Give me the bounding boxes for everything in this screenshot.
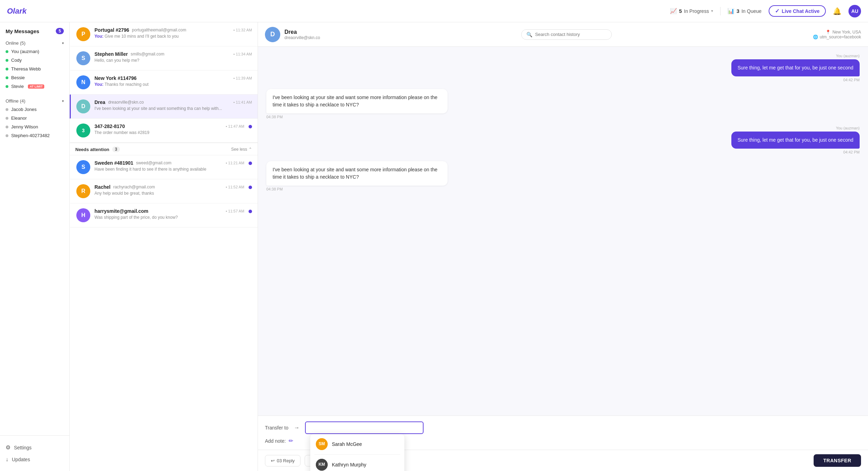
sidebar-item-cody[interactable]: Cody bbox=[6, 56, 64, 65]
sidebar-item-theresa[interactable]: Theresa Webb bbox=[6, 65, 64, 73]
conv-preview: You: Give me 10 mins and I'll get back t… bbox=[94, 34, 252, 39]
sidebar-item-stevie[interactable]: Stevie AT LIMIT bbox=[6, 82, 64, 91]
chat-panel: D Drea dreaorville@skn.co 🔍 📍 New York, … bbox=[258, 22, 868, 471]
main-layout: My Messages 5 Online (5) ▾ You (auzman) … bbox=[0, 22, 868, 471]
chat-utm-source: 🌐 utm_source=facebook bbox=[813, 35, 861, 39]
conv-name: Sweden #481901 bbox=[94, 160, 133, 166]
conv-item-stephen[interactable]: S Stephen Miller smills@gmail.com • 11:3… bbox=[70, 46, 258, 70]
conv-item-harry[interactable]: H harrysmite@gmail.com • 11:57 AM Was sh… bbox=[70, 203, 258, 227]
sidebar-item-jenny[interactable]: Jenny Wilson bbox=[6, 122, 64, 131]
updates-item[interactable]: ↓ Updates bbox=[6, 454, 64, 465]
user-avatar[interactable]: AU bbox=[848, 5, 861, 17]
sidebar-item-you[interactable]: You (auzman) bbox=[6, 47, 64, 56]
msg-time: 04:38 PM bbox=[266, 187, 283, 191]
msg-row-outgoing-1: You (auzman) Sure thing, let me get that… bbox=[266, 54, 860, 82]
settings-item[interactable]: ⚙ Settings bbox=[6, 441, 64, 454]
my-messages-title: My Messages bbox=[6, 28, 39, 34]
needs-attention-header: Needs attention 3 See less ⌃ bbox=[70, 143, 258, 155]
conv-name: Drea bbox=[94, 99, 105, 105]
transfer-arrow-icon: → bbox=[294, 425, 299, 431]
search-contact-history[interactable]: 🔍 bbox=[521, 29, 612, 40]
edit-icon[interactable]: ✏ bbox=[289, 438, 293, 444]
in-progress-stat[interactable]: 📈 5 In Progress ▾ bbox=[670, 8, 713, 14]
conv-avatar: 3 bbox=[76, 124, 90, 137]
chat-avatar: D bbox=[265, 27, 280, 42]
bell-icon[interactable]: 🔔 bbox=[833, 7, 842, 15]
conv-avatar: R bbox=[76, 184, 90, 198]
conv-name: harrysmite@gmail.com bbox=[94, 208, 149, 214]
msg-time: 04:42 PM bbox=[843, 78, 860, 82]
reply-button[interactable]: ↩ 03 Reply bbox=[265, 455, 300, 466]
see-less-button[interactable]: See less ⌃ bbox=[231, 147, 252, 152]
msg-row-outgoing-2: You (auzman) Sure thing, let me get that… bbox=[266, 126, 860, 154]
transfer-label: Transfer to bbox=[265, 425, 288, 431]
msg-bubble: I've been looking at your site and want … bbox=[266, 161, 448, 186]
msg-time: 04:42 PM bbox=[843, 150, 860, 154]
agent-avatar: KM bbox=[316, 459, 328, 471]
svg-text:KM: KM bbox=[319, 462, 325, 467]
user-stevie-label: Stevie bbox=[11, 84, 24, 89]
sidebar-item-jacob[interactable]: Jacob Jones bbox=[6, 105, 64, 114]
conv-time: • 11:21 AM bbox=[226, 161, 244, 165]
user-you-label: You (auzman) bbox=[11, 49, 39, 54]
sidebar-item-bessie[interactable]: Bessie bbox=[6, 73, 64, 82]
conv-top: New York #114796 • 11:39 AM bbox=[94, 75, 252, 81]
offline-chevron: ▾ bbox=[62, 99, 64, 103]
conv-item-phone[interactable]: 3 347-282-8170 • 11:47 AM The order numb… bbox=[70, 119, 258, 143]
conv-content: Portugal #2796 portugaltheemail@gmail.co… bbox=[94, 27, 252, 39]
sidebar-item-stephen40[interactable]: Stephen-40273482 bbox=[6, 131, 64, 140]
conv-top: Sweden #481901 sweed@gmail.com • 11:21 A… bbox=[94, 160, 244, 166]
conv-preview: Was shipping part of the price, do you k… bbox=[94, 215, 244, 220]
sidebar-item-eleanor[interactable]: Eleanor bbox=[6, 114, 64, 122]
offline-section-header[interactable]: Offline (4) ▾ bbox=[6, 97, 64, 105]
online-dot bbox=[6, 59, 8, 62]
msg-bubble: I've been looking at your site and want … bbox=[266, 89, 448, 113]
conv-preview: I've been looking at your site and want … bbox=[94, 106, 252, 111]
conv-item-rachel[interactable]: R Rachel rachyrach@gmail.com • 11:52 AM … bbox=[70, 179, 258, 203]
conv-email: dreaorville@skn.co bbox=[108, 100, 144, 105]
conv-content: 347-282-8170 • 11:47 AM The order number… bbox=[94, 124, 244, 135]
sidebar-bottom: ⚙ Settings ↓ Updates bbox=[0, 435, 69, 471]
my-messages-badge: 5 bbox=[56, 28, 64, 34]
online-dot bbox=[6, 85, 8, 88]
conv-top: Portugal #2796 portugaltheemail@gmail.co… bbox=[94, 27, 252, 33]
sidebar-header: My Messages 5 bbox=[0, 22, 69, 37]
settings-icon: ⚙ bbox=[6, 444, 10, 451]
chat-contact-name: Drea bbox=[284, 29, 320, 35]
msg-bubble: Sure thing, let me get that for you, be … bbox=[731, 59, 860, 76]
in-queue-label: In Queue bbox=[741, 8, 762, 14]
transfer-input[interactable] bbox=[305, 421, 424, 434]
online-section: Online (5) ▾ You (auzman) Cody Theresa W… bbox=[0, 37, 69, 91]
utm-source-text: utm_source=facebook bbox=[820, 35, 861, 39]
agent-name: Kathryn Murphy bbox=[332, 462, 366, 468]
conv-name: 347-282-8170 bbox=[94, 124, 125, 129]
in-queue-stat[interactable]: 📊 3 In Queue bbox=[728, 8, 762, 14]
svg-text:SM: SM bbox=[319, 441, 325, 446]
conv-list-scroll: P Portugal #2796 portugaltheemail@gmail.… bbox=[70, 22, 258, 471]
search-input[interactable] bbox=[535, 32, 607, 37]
dropdown-item-kathryn[interactable]: KM Kathryn Murphy bbox=[310, 455, 404, 471]
search-icon: 🔍 bbox=[526, 32, 532, 37]
chat-location: 📍 New York, USA bbox=[813, 30, 861, 35]
offline-dot bbox=[6, 117, 8, 120]
conversations-list: P Portugal #2796 portugaltheemail@gmail.… bbox=[70, 22, 258, 471]
conv-item-sweden[interactable]: S Sweden #481901 sweed@gmail.com • 11:21… bbox=[70, 155, 258, 179]
conv-item-newyork[interactable]: N New York #114796 • 11:39 AM You: Thank… bbox=[70, 70, 258, 95]
messages-area: You (auzman) Sure thing, let me get that… bbox=[258, 47, 868, 416]
check-circle-icon: ✓ bbox=[775, 8, 779, 14]
conv-preview: Have been finding it hard to see if ther… bbox=[94, 167, 244, 172]
transfer-submit-button[interactable]: TRANSFER bbox=[814, 454, 861, 467]
live-chat-badge[interactable]: ✓ Live Chat Active bbox=[769, 5, 826, 17]
conv-preview: You: Thanks for reaching out bbox=[94, 82, 252, 87]
chat-contact-info: D Drea dreaorville@skn.co bbox=[265, 27, 320, 42]
conv-content: Drea dreaorville@skn.co • 11:41 AM I've … bbox=[94, 99, 252, 111]
conv-item-portugal[interactable]: P Portugal #2796 portugaltheemail@gmail.… bbox=[70, 22, 258, 46]
conv-avatar: S bbox=[76, 160, 90, 174]
conv-email: portugaltheemail@gmail.com bbox=[132, 28, 186, 32]
conv-item-drea[interactable]: D Drea dreaorville@skn.co • 11:41 AM I'v… bbox=[70, 95, 258, 119]
conv-email: rachyrach@gmail.com bbox=[113, 185, 155, 189]
dropdown-item-sarah[interactable]: SM Sarah McGee bbox=[310, 434, 404, 454]
offline-dot bbox=[6, 108, 8, 111]
conv-preview: The order number was #2819 bbox=[94, 130, 244, 135]
online-section-header[interactable]: Online (5) ▾ bbox=[6, 39, 64, 47]
